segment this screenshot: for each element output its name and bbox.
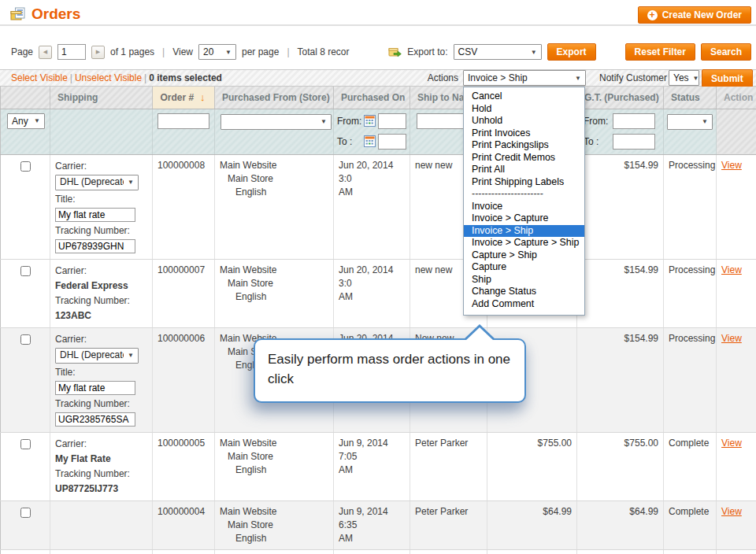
purchased-on-cell: Jun 9, 2014 6:35AM xyxy=(334,500,410,549)
store-view-line: English xyxy=(220,186,328,199)
chevron-down-icon: ▼ xyxy=(702,118,708,125)
store-view-line: Main Website xyxy=(220,505,328,519)
dropdown-item[interactable]: Print Invoices xyxy=(464,127,584,140)
orders-page: Orders + Create New Order Page ◀ ▶ of 1 … xyxy=(0,0,756,554)
export-to-label: Export to: xyxy=(407,46,447,57)
col-header-order-number[interactable]: Order #↓ xyxy=(153,87,215,109)
status-filter-select[interactable]: ▼ xyxy=(667,114,713,130)
col-header-action: Action xyxy=(717,87,756,109)
row-checkbox[interactable] xyxy=(20,161,31,172)
purchased-on-line: AM xyxy=(339,290,405,304)
order-number-filter-input[interactable] xyxy=(158,113,209,129)
reset-filter-button[interactable]: Reset Filter xyxy=(625,43,695,61)
carrier-label: Carrier: xyxy=(55,332,147,347)
status-cell: Complete xyxy=(664,549,717,554)
col-header-status[interactable]: Status xyxy=(664,87,717,109)
dropdown-item[interactable]: Capture > Ship xyxy=(464,249,584,262)
grid-toolbar: Page ◀ ▶ of 1 pages | View 20 ▼ per page… xyxy=(11,41,751,63)
select-visible-link[interactable]: Select Visible xyxy=(11,72,68,83)
col-header-purchased-from[interactable]: Purchased From (Store) xyxy=(215,87,334,109)
export-format-select[interactable]: CSV ▼ xyxy=(454,44,542,60)
purchased-from-cell: Main WebsiteMain StoreEnglish xyxy=(215,432,334,500)
previous-page-button[interactable]: ◀ xyxy=(39,46,52,59)
dropdown-item[interactable]: Print Credit Memos xyxy=(464,152,584,164)
carrier-label: Carrier: xyxy=(55,159,147,174)
purchased-on-to-input[interactable] xyxy=(378,134,406,150)
calendar-icon[interactable] xyxy=(364,135,376,147)
search-button[interactable]: Search xyxy=(701,43,751,61)
dropdown-item[interactable]: Cancel xyxy=(464,90,584,103)
status-cell: Processing xyxy=(664,259,717,327)
dropdown-item[interactable]: Hold xyxy=(464,103,584,116)
gt-purchased-to-input[interactable] xyxy=(613,134,655,150)
view-order-link[interactable]: View xyxy=(721,506,742,517)
shipping-title-input[interactable] xyxy=(55,208,135,222)
dropdown-item[interactable]: Invoice > Ship xyxy=(464,225,584,238)
carrier-select[interactable]: DHL (Deprecate▼ xyxy=(55,348,139,364)
dropdown-item[interactable]: Invoice > Capture > Ship xyxy=(464,237,584,249)
carrier-label: Carrier: xyxy=(55,264,147,279)
dropdown-item[interactable]: Capture xyxy=(464,261,584,274)
dropdown-item[interactable]: Ship xyxy=(464,274,584,286)
chevron-down-icon: ▼ xyxy=(321,118,327,125)
action-cell: View xyxy=(717,259,756,327)
gt-purchased-filter-cell: From: To : xyxy=(577,109,664,154)
view-order-link[interactable]: View xyxy=(721,333,742,344)
dropdown-item[interactable]: Change Status xyxy=(464,286,584,298)
tracking-number-input[interactable] xyxy=(55,239,135,253)
gt-purchased-from-input[interactable] xyxy=(613,113,655,129)
col-header-shipping[interactable]: Shipping xyxy=(50,87,153,109)
title-label: Title: xyxy=(55,365,147,380)
gt-purchased-cell: $64.99 xyxy=(577,500,664,549)
grid-header-row: Shipping Order #↓ Purchased From (Store)… xyxy=(1,87,756,109)
shipping-title-input[interactable] xyxy=(55,381,135,395)
submit-button[interactable]: Submit xyxy=(702,69,753,87)
dropdown-item[interactable]: Add Comment xyxy=(464,298,584,311)
dropdown-item[interactable]: Print Shipping Labels xyxy=(464,176,584,189)
page-number-input[interactable] xyxy=(57,44,86,60)
actions-select[interactable]: Invoice > Ship ▼ xyxy=(463,70,586,86)
export-button[interactable]: Export xyxy=(547,43,596,61)
gt-purchased-cell: $154.99 xyxy=(577,259,664,327)
dropdown-item[interactable]: Invoice xyxy=(464,201,584,213)
action-cell: View xyxy=(717,154,756,259)
action-filter-cell xyxy=(717,109,756,154)
dropdown-item[interactable]: Print Packingslips xyxy=(464,139,584,152)
tracking-number-label: Tracking Number: xyxy=(55,467,147,482)
date-to-label: To : xyxy=(337,136,364,147)
view-order-link[interactable]: View xyxy=(721,264,742,275)
order-row: Carrier: My Flat Rate Tracking Number: U… xyxy=(1,432,756,500)
create-new-order-button[interactable]: + Create New Order xyxy=(638,6,751,24)
tracking-number-input[interactable] xyxy=(55,412,135,427)
total-records-label: Total 8 recor xyxy=(298,46,350,57)
massaction-filter-cell: Any ▼ xyxy=(1,109,50,154)
dropdown-item[interactable]: Unhold xyxy=(464,115,584,127)
row-checkbox[interactable] xyxy=(20,508,31,518)
row-checkbox[interactable] xyxy=(20,334,31,345)
dropdown-item[interactable]: Print All xyxy=(464,164,584,176)
notify-customer-select[interactable]: Yes ▼ xyxy=(669,70,699,86)
per-page-select[interactable]: 20 ▼ xyxy=(198,44,236,60)
next-page-button[interactable]: ▶ xyxy=(91,46,105,59)
purchased-on-line: AM xyxy=(339,464,405,477)
col-header-purchased-on[interactable]: Purchased On xyxy=(334,87,410,109)
calendar-icon[interactable] xyxy=(364,115,376,127)
purchased-on-from-input[interactable] xyxy=(378,113,406,129)
view-order-link[interactable]: View xyxy=(721,438,742,449)
massaction-filter-select[interactable]: Any ▼ xyxy=(7,113,45,129)
shipping-cell xyxy=(50,500,153,549)
grid-filter-row: Any ▼ ▼ From: xyxy=(1,109,756,154)
unselect-visible-link[interactable]: Unselect Visible xyxy=(75,72,142,83)
store-filter-select[interactable]: ▼ xyxy=(220,114,332,130)
ship-to-name-cell: Peter Parker xyxy=(410,500,487,549)
page-header: Orders + Create New Order xyxy=(0,0,756,26)
col-header-gt-purchased[interactable]: G.T. (Purchased) xyxy=(577,87,664,109)
plus-icon: + xyxy=(647,10,658,20)
carrier-select[interactable]: DHL (Deprecate▼ xyxy=(55,175,139,190)
view-order-link[interactable]: View xyxy=(721,160,742,171)
tracking-number-label: Tracking Number: xyxy=(55,397,147,412)
row-checkbox[interactable] xyxy=(20,439,31,449)
checkbox-cell xyxy=(1,432,50,500)
row-checkbox[interactable] xyxy=(20,266,31,276)
dropdown-item[interactable]: Invoice > Capture xyxy=(464,212,584,225)
